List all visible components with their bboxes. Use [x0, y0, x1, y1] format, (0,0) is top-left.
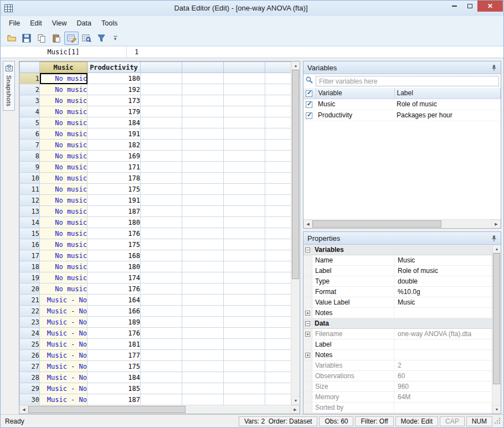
cell-empty[interactable] — [141, 295, 182, 306]
cell-empty[interactable] — [182, 84, 224, 95]
row-number[interactable]: 21 — [20, 295, 40, 306]
cell-empty[interactable] — [182, 195, 224, 206]
property-value[interactable]: double — [394, 276, 492, 286]
cell-productivity[interactable]: 192 — [88, 84, 141, 95]
open-folder-icon[interactable] — [4, 32, 19, 45]
cell-empty[interactable] — [141, 84, 182, 95]
cell-music[interactable]: Music - No — [40, 306, 88, 317]
cell-empty[interactable] — [141, 394, 182, 405]
cell-productivity[interactable]: 181 — [88, 339, 141, 350]
cell-empty[interactable] — [182, 295, 224, 306]
data-editor-edit-icon[interactable] — [64, 32, 79, 45]
cell-empty[interactable] — [265, 306, 291, 317]
cell-empty[interactable] — [265, 283, 291, 295]
cell-productivity[interactable]: 187 — [88, 394, 141, 405]
cell-empty[interactable] — [141, 184, 182, 195]
cell-music[interactable]: Music - No — [40, 339, 88, 350]
cell-empty[interactable] — [224, 206, 265, 217]
row-number[interactable]: 8 — [20, 151, 40, 162]
property-value[interactable] — [394, 350, 492, 360]
cell-productivity[interactable]: 185 — [88, 383, 141, 394]
row-number[interactable]: 23 — [20, 317, 40, 328]
cell-music[interactable]: No music — [40, 128, 88, 140]
cell-empty[interactable] — [224, 317, 265, 328]
property-value[interactable]: 60 — [394, 371, 492, 381]
select-all-checkbox[interactable] — [306, 90, 312, 97]
properties-section-row[interactable]: −Data — [304, 318, 492, 329]
property-value[interactable] — [394, 403, 492, 412]
cell-music[interactable]: No music — [40, 250, 88, 261]
cell-productivity[interactable]: 168 — [88, 250, 141, 261]
cell-music[interactable]: Music - No — [40, 328, 88, 339]
pin-icon[interactable] — [491, 235, 497, 241]
cell-empty[interactable] — [265, 73, 291, 84]
cell-empty[interactable] — [182, 106, 224, 117]
cell-empty[interactable] — [224, 128, 265, 140]
cell-empty[interactable] — [182, 95, 224, 106]
cell-empty[interactable] — [141, 328, 182, 339]
row-number[interactable]: 26 — [20, 350, 40, 361]
resize-grip[interactable] — [493, 417, 502, 425]
cell-empty[interactable] — [141, 73, 182, 84]
column-header-productivity[interactable]: Productivity — [88, 62, 141, 73]
variable-label[interactable]: Packages per hour — [394, 110, 501, 121]
row-number[interactable]: 12 — [20, 195, 40, 206]
cell-music[interactable]: No music — [40, 162, 88, 173]
cell-music[interactable]: Music - No — [40, 350, 88, 361]
cell-empty[interactable] — [265, 328, 291, 339]
cell-empty[interactable] — [182, 317, 224, 328]
cell-empty[interactable] — [265, 317, 291, 328]
cell-productivity[interactable]: 191 — [88, 128, 141, 140]
cell-empty[interactable] — [182, 173, 224, 184]
cell-empty[interactable] — [265, 361, 291, 372]
menu-item-view[interactable]: View — [47, 17, 72, 29]
variables-horizontal-scrollbar[interactable]: ◀ ▶ — [304, 219, 501, 228]
variables-filter-input[interactable] — [316, 76, 499, 86]
cell-music[interactable]: Music - No — [40, 383, 88, 394]
row-number[interactable]: 14 — [20, 217, 40, 228]
cell-empty[interactable] — [224, 383, 265, 394]
scroll-right-arrow[interactable]: ▶ — [291, 405, 300, 414]
column-header-music[interactable]: Music — [40, 62, 88, 73]
cell-empty[interactable] — [224, 84, 265, 95]
cell-productivity[interactable]: 180 — [88, 217, 141, 228]
row-number[interactable]: 18 — [20, 261, 40, 272]
property-value[interactable]: Music — [394, 297, 492, 307]
cell-music[interactable]: No music — [40, 239, 88, 250]
cell-empty[interactable] — [182, 239, 224, 250]
variable-checkbox[interactable] — [306, 112, 312, 119]
cell-productivity[interactable]: 180 — [88, 261, 141, 272]
cell-music[interactable]: No music — [40, 206, 88, 217]
minimize-button[interactable] — [446, 1, 462, 12]
cell-empty[interactable] — [182, 184, 224, 195]
variable-name[interactable]: Music — [316, 99, 394, 110]
cell-empty[interactable] — [141, 372, 182, 383]
title-bar[interactable]: Data Editor (Edit) - [one-way ANOVA (fta… — [1, 1, 503, 16]
cell-productivity[interactable]: 184 — [88, 117, 141, 128]
scroll-up-arrow[interactable]: ▲ — [291, 61, 300, 70]
cell-empty[interactable] — [224, 228, 265, 239]
cell-music[interactable]: Music - No — [40, 317, 88, 328]
collapse-icon[interactable]: − — [305, 247, 310, 252]
cell-empty[interactable] — [265, 140, 291, 151]
row-number[interactable]: 17 — [20, 250, 40, 261]
cell-empty[interactable] — [141, 317, 182, 328]
cell-empty[interactable] — [224, 195, 265, 206]
cell-empty[interactable] — [182, 228, 224, 239]
cell-empty[interactable] — [141, 361, 182, 372]
cell-music[interactable]: No music — [40, 106, 88, 117]
cell-value-input[interactable]: 1 — [127, 47, 503, 58]
cell-empty[interactable] — [265, 128, 291, 140]
row-number[interactable]: 3 — [20, 95, 40, 106]
expand-icon[interactable]: + — [305, 353, 310, 358]
cell-empty[interactable] — [182, 140, 224, 151]
cell-productivity[interactable]: 171 — [88, 162, 141, 173]
cell-music[interactable]: No music — [40, 95, 88, 106]
cell-empty[interactable] — [224, 361, 265, 372]
cell-empty[interactable] — [224, 217, 265, 228]
menu-item-data[interactable]: Data — [72, 17, 96, 29]
property-value[interactable]: one-way ANOVA (fta).dta — [394, 329, 492, 339]
cell-empty[interactable] — [182, 361, 224, 372]
cell-empty[interactable] — [265, 239, 291, 250]
cell-productivity[interactable]: 169 — [88, 151, 141, 162]
